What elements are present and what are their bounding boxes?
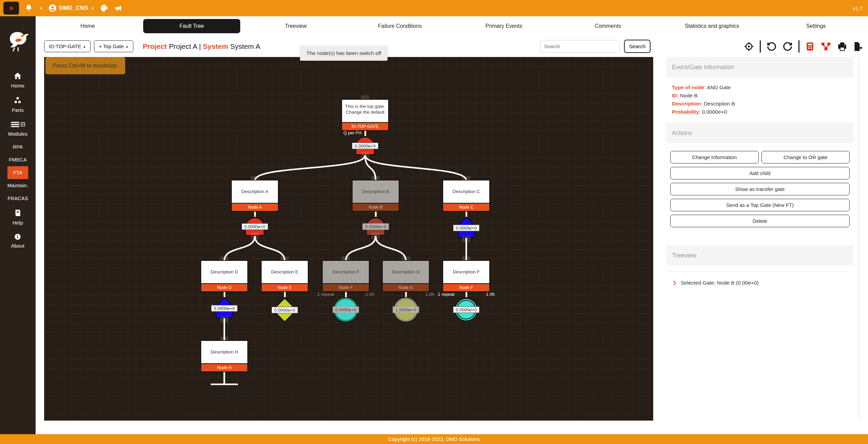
palette-icon[interactable] [100, 4, 109, 13]
notifications-bell-icon[interactable] [24, 4, 33, 13]
q-per-fh-label: Q per FH [343, 130, 361, 135]
calculator-icon[interactable] [805, 41, 815, 52]
treeview-header: Treeview [666, 245, 854, 266]
tab-comments[interactable]: Comments [559, 19, 657, 33]
dropdown-caret-icon: ▼ [83, 45, 86, 49]
export-icon[interactable] [853, 41, 863, 52]
megaphone-icon[interactable] [114, 4, 123, 13]
project-system-title: Project Project A | System System A [143, 42, 260, 51]
node-id-bar: Node F [322, 284, 370, 292]
node-symbol-and: 0.0000e+0 [352, 217, 399, 236]
tab-settings[interactable]: Settings [767, 19, 865, 33]
tab-fault-tree[interactable]: Fault Tree [143, 19, 241, 33]
action-button-send-as-a-top-gate-(new-ft)[interactable]: Send as a Top Gate (New FT) [670, 199, 850, 211]
tree-node-node-e[interactable]: Description ENode E0.0000e+0 [261, 260, 308, 323]
tree-node-top-gate[interactable]: This is the top gate. Change the default… [341, 99, 389, 155]
treeview-selected-gate[interactable]: Selected Gate: Node B (0.00e+0) [672, 280, 854, 286]
user-caret-icon: ▼ [91, 6, 94, 10]
sidebar-item-maintain[interactable]: Maintain. [7, 179, 29, 192]
search-button[interactable]: Search [624, 40, 650, 53]
add-top-gate-dropdown[interactable]: + Top Gate▼ [94, 40, 133, 52]
node-id-bar: ID-TOP-GATE [341, 123, 389, 131]
sidebar-item-parts[interactable]: Parts [7, 92, 29, 117]
tab-primary-events[interactable]: Primary Events [455, 19, 553, 33]
repeat-label: 1 repeat [438, 292, 455, 297]
home-icon [13, 72, 22, 81]
fault-tree-canvas[interactable]: Press Ctrl+M to maximize. This is the to… [44, 57, 653, 421]
node-description: Description F [322, 260, 370, 284]
toolbar-divider [760, 40, 761, 53]
sidebar-item-about[interactable]: About [7, 229, 29, 252]
search-input[interactable] [540, 40, 620, 53]
sidebar-item-home[interactable]: Home [7, 68, 29, 92]
node-symbol-circle-double: 1 repeat1.0h0.0000e+0 [442, 297, 490, 322]
panel-scroll-track [858, 57, 859, 421]
gate-connector-stub [361, 152, 369, 158]
node-id-bar: Node G [382, 284, 430, 292]
tree-node-node-f1[interactable]: Description FNode F1 repeat1.0h0.0000e+0 [322, 260, 370, 322]
action-button-delete[interactable]: Delete [670, 215, 850, 227]
node-connector-line [466, 212, 467, 217]
tree-node-node-b[interactable]: Description BNode B0.0000e+0 [352, 180, 399, 236]
sidebar-item-label: Home [11, 83, 25, 89]
sidebar-item-fracas[interactable]: FRACAS [7, 192, 29, 205]
modules-icon [10, 120, 25, 130]
maximize-hint: Press Ctrl+M to maximize. [45, 57, 125, 74]
tree-node-node-d[interactable]: Description DNode D0.0000e+0 [201, 260, 248, 320]
node-symbol-or: 0.0000e+0 [442, 217, 490, 239]
sidebar-item-rpa[interactable]: RPA [7, 140, 29, 153]
info-row: Description: Description B [672, 100, 848, 108]
node-connector-line [224, 292, 225, 297]
redo-icon[interactable] [782, 41, 793, 52]
node-id-bar: Node A [231, 204, 279, 212]
main-tab-bar: HomeFault TreeTreeviewFailure Conditions… [36, 16, 868, 36]
tree-node-node-a[interactable]: Description ANode A0.0000e+0 [231, 180, 279, 236]
info-row: ID: Node B [672, 92, 848, 100]
node-description: Description A [231, 180, 279, 204]
sidebar-item-modules[interactable]: Modules [7, 117, 29, 140]
sidebar-item-label: Help [13, 220, 23, 226]
action-button-add-child[interactable]: Add child [670, 167, 850, 179]
undo-icon[interactable] [767, 41, 777, 52]
node-connector-line [466, 292, 467, 297]
node-description: Description D [201, 260, 248, 284]
info-row-label: Probability [672, 109, 699, 115]
info-row-label: Description [672, 101, 701, 107]
action-button-show-as-transfer-gate[interactable]: Show as transfer gate [670, 183, 850, 195]
tab-statistics-and-graphics[interactable]: Statistics and graphics [663, 19, 761, 33]
switch-off-tooltip: The node(s) has been switch off [300, 46, 388, 61]
tree-node-node-g[interactable]: Description GNode G1.0h1.0000e+0 [382, 260, 430, 322]
tree-node-node-f2[interactable]: Description FNode F1 repeat1.0h0.0000e+0 [442, 260, 490, 322]
sidebar-item-help[interactable]: Help [7, 205, 29, 229]
tree-node-node-c[interactable]: Description CNode C0.0000e+0 [442, 180, 490, 239]
info-row-label: Type of node [672, 84, 704, 90]
sidebar-item-label: Parts [12, 108, 24, 113]
printer-icon[interactable] [837, 41, 847, 52]
tab-treeview[interactable]: Treeview [247, 19, 344, 33]
node-id-bar: Node D [201, 284, 248, 292]
user-menu[interactable]: DMD_CNS ▼ [48, 4, 94, 13]
tab-failure-conditions[interactable]: Failure Conditions [351, 19, 449, 33]
tree-node-node-h[interactable]: Description HNode H [201, 340, 248, 389]
sidebar-collapse-button[interactable]: » [3, 2, 19, 15]
sidebar-item-fmeca[interactable]: FMECA [7, 153, 29, 166]
node-probability-value: 0.0000e+0 [453, 225, 479, 231]
bell-caret-icon[interactable]: ▼ [39, 6, 43, 10]
diagram-icon[interactable] [820, 41, 831, 52]
parts-icon [13, 96, 22, 106]
hours-label: 1.0h [486, 292, 495, 297]
node-probability-value: 0.0000e+0 [352, 142, 378, 149]
sidebar-item-fta[interactable]: FTA [7, 166, 29, 179]
crosshair-icon[interactable] [744, 41, 754, 52]
node-probability-value: 1.0000e+0 [393, 307, 419, 313]
sidebar-item-label: Modules [8, 131, 27, 137]
help-icon [13, 209, 22, 218]
node-id-bar: Node H [201, 364, 248, 372]
action-button-change-to-or-gate[interactable]: Change to OR gate [761, 151, 850, 163]
action-button-change-information[interactable]: Change Information [670, 151, 759, 163]
gate-select-dropdown[interactable]: ID-TOP-GATE▼ [44, 40, 91, 52]
tab-home[interactable]: Home [39, 19, 136, 33]
username-label: DMD_CNS [59, 5, 88, 12]
info-row-label: ID [672, 93, 677, 98]
node-symbol-and: 0.0000e+0 [341, 136, 389, 155]
